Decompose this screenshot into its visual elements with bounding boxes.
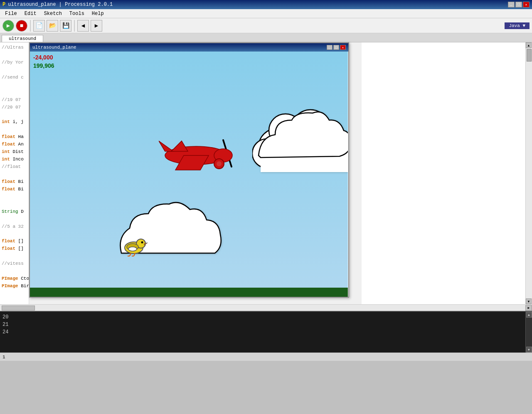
sketch-window: ultrasound_plane _ □ ✕ -24,000 199,906 xyxy=(29,42,349,298)
console-content: 20 21 24 xyxy=(0,312,525,352)
code-line xyxy=(0,52,29,59)
code-line: //by Yor xyxy=(0,59,29,67)
svg-marker-11 xyxy=(159,141,173,151)
open-button[interactable]: 📂 xyxy=(47,20,58,32)
tab-ultrasound[interactable]: ultrasound xyxy=(2,35,43,42)
h-scroll-thumb[interactable] xyxy=(2,306,35,310)
code-line: int Dist xyxy=(0,148,29,156)
code-line: //19 07 xyxy=(0,96,29,104)
console-scrollbar[interactable]: ▲ ▼ xyxy=(525,312,532,352)
code-line xyxy=(0,290,29,298)
svg-marker-13 xyxy=(171,141,188,151)
right-code-area xyxy=(362,42,532,304)
new-button[interactable]: 📄 xyxy=(33,20,45,32)
cloud-1 xyxy=(252,89,348,174)
code-line xyxy=(0,89,29,96)
code-line: String D xyxy=(0,208,29,216)
svg-point-21 xyxy=(128,247,137,251)
code-line xyxy=(0,201,29,208)
sketch-window-title: ultrasound_plane xyxy=(32,45,76,50)
code-line xyxy=(0,171,29,178)
code-line: //float xyxy=(0,163,29,171)
code-line xyxy=(0,298,29,304)
code-line xyxy=(0,230,29,238)
cloud-2 xyxy=(113,195,229,272)
code-line: PImage Ctouu; xyxy=(0,275,29,283)
sketch-area: ultrasound_plane _ □ ✕ -24,000 199,906 xyxy=(29,42,532,304)
console-line-2: 20 xyxy=(2,313,523,321)
run-button[interactable]: ▶ xyxy=(2,20,14,32)
menu-bar: File Edit Sketch Tools Help xyxy=(0,9,532,18)
prev-button[interactable]: ◀ xyxy=(77,20,89,32)
game-canvas: -24,000 199,906 xyxy=(30,52,348,297)
menu-file[interactable]: File xyxy=(2,10,20,17)
horizontal-scrollbar[interactable]: ▶ xyxy=(0,304,532,311)
next-button[interactable]: ▶ xyxy=(91,20,102,32)
code-line: float [] xyxy=(0,238,29,245)
code-line xyxy=(0,268,29,275)
status-line: 1 xyxy=(2,355,5,360)
code-line xyxy=(0,253,29,260)
stop-button[interactable]: ■ xyxy=(16,20,27,32)
code-editor[interactable]: //Ultras //by Yor //send c //19 07 //20 … xyxy=(0,42,29,304)
tab-bar: ultrasound xyxy=(0,33,532,42)
airplane xyxy=(159,133,246,185)
menu-edit[interactable]: Edit xyxy=(21,10,40,17)
svg-point-15 xyxy=(217,161,222,166)
toolbar-divider xyxy=(30,20,31,32)
scroll-up-button[interactable]: ▲ xyxy=(526,42,532,48)
close-button[interactable]: ✕ xyxy=(523,2,530,7)
minimize-button[interactable]: _ xyxy=(508,2,515,7)
code-line: int i, j xyxy=(0,118,29,126)
code-line: //5 a 32 xyxy=(0,223,29,231)
save-button[interactable]: 💾 xyxy=(60,20,71,32)
duck xyxy=(119,234,148,259)
console-area: 20 21 24 ▲ ▼ xyxy=(0,311,532,352)
code-line: float [] xyxy=(0,245,29,253)
maximize-button[interactable]: □ xyxy=(515,2,522,7)
scroll-thumb[interactable] xyxy=(527,49,532,62)
code-line xyxy=(0,111,29,118)
code-line: PImage Bird; xyxy=(0,283,29,290)
toolbar: ▶ ■ 📄 📂 💾 ◀ ▶ Java ▼ xyxy=(0,18,532,33)
code-line: float An xyxy=(0,141,29,148)
menu-tools[interactable]: Tools xyxy=(66,10,88,17)
stat-negative: -24,000 xyxy=(33,54,53,61)
console-line-3: 21 xyxy=(2,321,523,328)
title-bar-title: P ultrasound_plane | Processing 2.0.1 xyxy=(2,2,113,7)
code-line: //vitess xyxy=(0,260,29,268)
svg-line-22 xyxy=(130,253,131,256)
code-line: //send c xyxy=(0,74,29,81)
stat-positive: 199,906 xyxy=(33,62,54,69)
toolbar-divider2 xyxy=(74,20,75,32)
sketch-minimize[interactable]: _ xyxy=(327,45,332,50)
java-badge[interactable]: Java ▼ xyxy=(505,22,530,29)
console-line-4: 24 xyxy=(2,328,523,336)
sketch-maximize[interactable]: □ xyxy=(333,45,339,50)
code-line xyxy=(0,126,29,133)
code-line xyxy=(0,81,29,89)
scroll-right-button[interactable]: ▶ xyxy=(525,305,532,311)
console-scroll-down[interactable]: ▼ xyxy=(526,347,532,352)
console-scroll-up[interactable]: ▲ xyxy=(526,312,532,318)
code-line xyxy=(0,67,29,74)
window-controls: _ □ ✕ xyxy=(508,2,530,7)
sketch-close[interactable]: ✕ xyxy=(340,45,346,50)
ground xyxy=(30,288,348,297)
code-line: float Bi xyxy=(0,178,29,186)
editor-scrollbar[interactable]: ▲ ▼ xyxy=(525,42,532,304)
sketch-window-controls: _ □ ✕ xyxy=(327,45,346,50)
h-scroll-right: ▶ xyxy=(525,305,532,311)
status-bar: 1 xyxy=(0,352,532,361)
code-line: //20 07 xyxy=(0,104,29,111)
scroll-down-button[interactable]: ▼ xyxy=(526,298,532,304)
sketch-title-bar: ultrasound_plane _ □ ✕ xyxy=(30,43,348,52)
code-line: float Bi xyxy=(0,186,29,193)
code-line xyxy=(0,193,29,201)
svg-point-19 xyxy=(141,242,143,244)
title-bar: P ultrasound_plane | Processing 2.0.1 _ … xyxy=(0,0,532,9)
code-line: int Inco xyxy=(0,156,29,163)
menu-sketch[interactable]: Sketch xyxy=(41,10,65,17)
menu-help[interactable]: Help xyxy=(89,10,107,17)
window-title: ultrasound_plane | Processing 2.0.1 xyxy=(8,2,113,7)
